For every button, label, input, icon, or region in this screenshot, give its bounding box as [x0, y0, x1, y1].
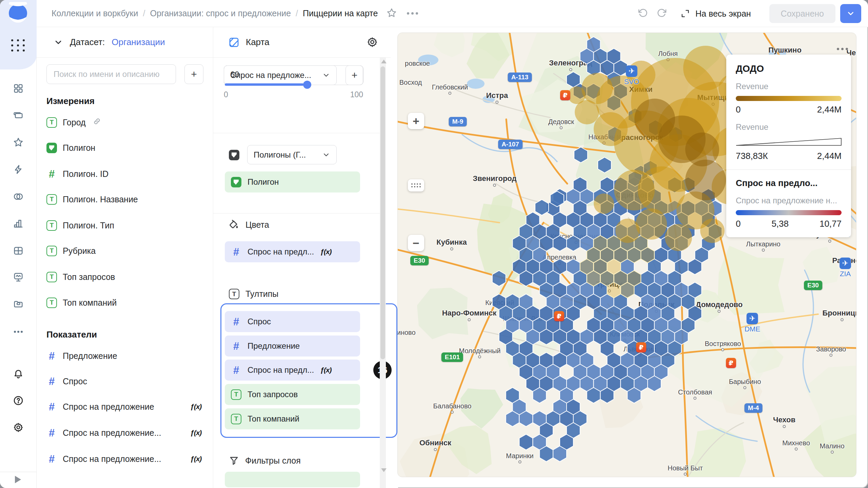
field-row[interactable]: TПолигон. Тип [46, 217, 206, 233]
field-row[interactable]: #Предложение [46, 348, 206, 364]
tooltip-field-chip[interactable]: #Предложение [225, 336, 360, 357]
apps-grid-icon[interactable] [11, 39, 25, 52]
topbar-actions: На весь экран Сохранено [638, 4, 861, 23]
airplane-icon: ✈ [626, 65, 637, 77]
geofield-chip[interactable]: Полигон [225, 171, 360, 192]
legend-title: ДОДО [736, 63, 842, 74]
tables-icon[interactable] [13, 246, 23, 257]
breadcrumb-item[interactable]: Организации: спрос и предложение [150, 8, 291, 18]
field-label: Полигон. Название [63, 195, 138, 204]
scrollbar-thumb[interactable] [380, 66, 385, 359]
notifications-bell-icon[interactable] [13, 369, 23, 381]
monitoring-icon[interactable] [13, 272, 23, 284]
quick-charts-icon[interactable] [13, 164, 23, 176]
field-label: Топ компаний [63, 298, 117, 308]
rail-more-icon[interactable] [13, 329, 23, 336]
field-row[interactable]: #Спрос на предложение...ƒ(x) [46, 451, 206, 467]
expand-sidebar-icon[interactable] [15, 476, 21, 483]
field-row[interactable]: Полигон [46, 140, 206, 156]
tooltip-field-chip[interactable]: #Спрос [225, 311, 360, 332]
undo-icon[interactable] [638, 8, 648, 19]
zoom-out-button[interactable]: − [408, 235, 424, 251]
tooltip-field-chip[interactable]: TТоп запросов [225, 384, 360, 405]
field-row[interactable]: TГород [46, 114, 206, 130]
dashboards-icon[interactable] [13, 83, 23, 95]
field-label: Спрос на предложение... [63, 428, 161, 438]
chart-type-header[interactable]: Карта [213, 27, 391, 58]
zoom-drag-handle[interactable] [408, 179, 424, 191]
tooltip-field-chip[interactable]: #Спрос на предл...ƒ(x) [225, 360, 360, 381]
fullscreen-button[interactable]: На весь экран [680, 9, 751, 19]
legend-size-max: 2,44М [817, 151, 842, 161]
field-row[interactable]: TПолигон. Название [46, 191, 206, 207]
map-type-icon [228, 37, 240, 48]
storage-icon[interactable] [13, 299, 23, 310]
number-field-icon: # [46, 351, 57, 361]
text-field-icon: T [46, 220, 57, 231]
save-dropdown-button[interactable] [840, 4, 861, 23]
field-label: Полигон. ID [63, 169, 108, 179]
legend-demand-label: Спрос на предложение н... [736, 196, 842, 205]
dataset-header[interactable]: Датасет: Организации [37, 27, 213, 58]
dataset-name-link[interactable]: Организации [112, 37, 165, 47]
formula-icon: ƒ(x) [190, 429, 201, 437]
datasets-icon[interactable] [13, 191, 23, 203]
road-shield: А-113 [508, 73, 532, 82]
charts-icon[interactable] [13, 219, 23, 230]
search-input[interactable] [46, 64, 176, 84]
opacity-value: 60 [230, 70, 239, 79]
field-row[interactable]: TТоп компаний [46, 294, 206, 311]
chevron-down-icon [54, 38, 63, 47]
ruble-pin-icon: ₽ [554, 311, 564, 321]
scroll-down-icon[interactable] [381, 468, 387, 472]
field-row[interactable]: TТоп запросов [46, 269, 206, 285]
field-label: Город [63, 118, 86, 127]
layer-opacity-box[interactable]: 60 [224, 65, 363, 85]
geopolygon-field-icon [46, 143, 57, 153]
paint-bucket-icon [229, 220, 239, 230]
colors-field-chip[interactable]: # Спрос на предл... ƒ(x) [225, 241, 360, 262]
field-row[interactable]: #Спрос [46, 373, 206, 389]
field-row[interactable]: #Спрос на предложение...ƒ(x) [46, 425, 206, 441]
field-row[interactable]: #Полигон. ID [46, 166, 206, 182]
text-field-icon: T [46, 117, 57, 128]
breadcrumb-item[interactable]: Коллекции и воркбуки [52, 8, 138, 18]
add-field-button[interactable]: + [184, 64, 203, 84]
layer-panel: Карта Спрос на предложе... + 60 0 100 По… [213, 27, 398, 488]
geotype-select[interactable]: Полигоны (Г... [247, 145, 337, 164]
legend-revenue-label: Revenue [736, 82, 842, 91]
datalens-logo-icon[interactable] [7, 2, 29, 26]
number-field-icon: # [46, 428, 57, 438]
panel-scrollbar[interactable] [380, 58, 386, 488]
field-row[interactable]: TРубрика [46, 243, 206, 259]
favorite-star-icon[interactable] [387, 8, 397, 19]
filter-chip-partial[interactable] [225, 472, 360, 487]
field-row[interactable]: #Спрос на предложениеƒ(x) [46, 399, 206, 415]
dimensions-title: Измерения [46, 96, 95, 106]
zoom-in-button[interactable]: + [408, 113, 424, 129]
tooltip-field-label: Спрос на предл... [248, 365, 314, 375]
chart-type-label: Карта [246, 37, 270, 47]
number-field-icon: # [231, 341, 241, 351]
fullscreen-label: На весь экран [695, 9, 751, 19]
map-more-icon[interactable] [837, 48, 848, 50]
scroll-up-icon[interactable] [381, 60, 387, 63]
redo-icon[interactable] [657, 8, 667, 19]
field-label: Полигон [63, 143, 95, 153]
layer-settings-gear-icon[interactable] [367, 37, 378, 49]
settings-gear-icon[interactable] [13, 422, 23, 434]
favorites-icon[interactable] [13, 137, 23, 149]
more-menu-icon[interactable] [407, 12, 418, 15]
map-legend: ДОДО Revenue 0 2,44M Revenue 738,83К 2,4… [726, 55, 851, 237]
tooltip-field-chip[interactable]: TТоп компаний [225, 408, 360, 429]
saved-button[interactable]: Сохранено [769, 4, 835, 23]
legend-rev-max: 2,44M [817, 104, 842, 115]
legend-demand-title: Спрос на предло... [736, 178, 842, 188]
help-icon[interactable] [13, 395, 23, 407]
opacity-slider-knob[interactable] [303, 81, 311, 89]
breadcrumb-separator: / [296, 8, 298, 18]
link-icon [93, 117, 101, 127]
collections-icon[interactable] [13, 110, 23, 122]
left-rail [0, 0, 37, 488]
map-canvas[interactable]: ПушкиноЧерЛобняЗеленоградровскоеВосходГл… [397, 33, 856, 477]
